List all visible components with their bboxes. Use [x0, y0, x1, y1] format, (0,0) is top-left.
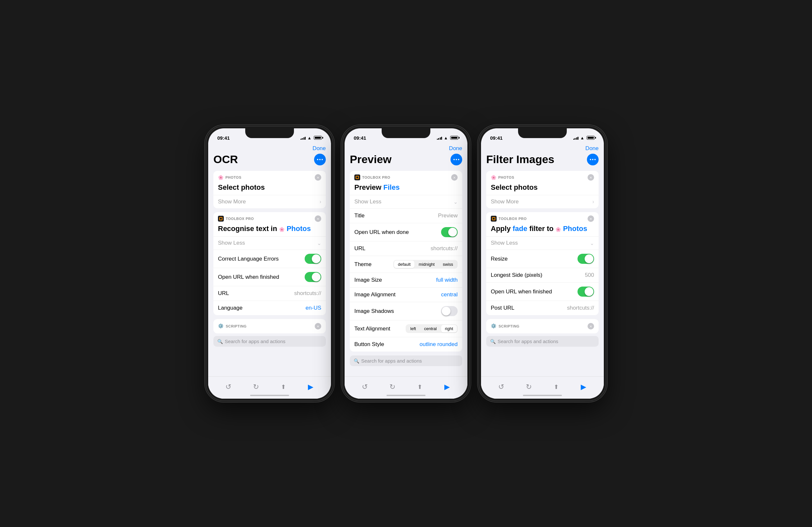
show-less-3[interactable]: Show Less ⌄: [486, 236, 599, 250]
undo-button-2[interactable]: ↺: [358, 381, 371, 394]
play-button-2[interactable]: ▶: [441, 381, 454, 394]
correct-language-toggle[interactable]: [305, 254, 321, 264]
signal-icon-1: [301, 136, 306, 140]
open-url-toggle-3[interactable]: [578, 287, 594, 297]
close-toolbox-2[interactable]: ×: [451, 174, 458, 181]
open-url-done-toggle[interactable]: [441, 227, 458, 237]
image-alignment-row: Image Alignment central: [350, 287, 462, 302]
screen-2: Done Preview: [345, 143, 467, 399]
search-icon-2: 🔍: [354, 358, 359, 364]
theme-segments[interactable]: default midnight swiss: [393, 260, 458, 269]
photos-label-3: PHOTOS: [498, 175, 514, 179]
resize-row: Resize: [486, 250, 599, 268]
theme-default[interactable]: default: [394, 260, 415, 268]
redo-button-3[interactable]: ↻: [522, 381, 535, 394]
select-photos-title-1: Select photos: [213, 183, 326, 195]
close-scripting-1[interactable]: ×: [315, 323, 321, 329]
share-button-3[interactable]: ⬆: [550, 381, 563, 394]
scripting-label-3: SCRIPTING: [498, 324, 519, 328]
search-icon-3: 🔍: [490, 339, 496, 344]
redo-button-2[interactable]: ↻: [386, 381, 399, 394]
close-photos-3[interactable]: ×: [588, 174, 594, 181]
search-bar-2[interactable]: 🔍 Search for apps and actions: [350, 355, 462, 366]
show-less-1[interactable]: Show Less ⌄: [213, 236, 326, 250]
play-button-3[interactable]: ▶: [577, 381, 590, 394]
open-url-toggle-1[interactable]: [305, 272, 321, 282]
page-title-2: Preview: [350, 153, 462, 166]
theme-midnight[interactable]: midnight: [415, 260, 438, 268]
phone-2-inner: 09:41 ▲ Done: [345, 128, 467, 399]
toolbox-label-3: TOOLBOX PRO: [498, 217, 527, 220]
scripting-card-1: ⚙️ SCRIPTING ×: [213, 319, 326, 333]
show-more-3[interactable]: Show More ›: [486, 195, 599, 208]
home-indicator-3: [523, 395, 562, 396]
nav-done-1[interactable]: Done: [313, 145, 326, 152]
photos-card-3: 🌸 PHOTOS × Select photos Show More ›: [486, 171, 599, 208]
page-title-3: Filter Images: [486, 153, 599, 166]
battery-icon-3: [586, 136, 595, 140]
status-time-1: 09:41: [217, 135, 230, 141]
chevron-down-2: ⌄: [453, 199, 458, 205]
show-less-2[interactable]: Show Less ⌄: [350, 195, 462, 208]
share-button-2[interactable]: ⬆: [413, 381, 426, 394]
redo-button-1[interactable]: ↻: [249, 381, 262, 394]
show-more-1[interactable]: Show More ›: [213, 195, 326, 208]
battery-icon-1: [314, 136, 322, 140]
preview-title: Preview Files: [350, 183, 462, 195]
recognise-title-1: Recognise text in 🌸 Photos: [213, 224, 326, 236]
close-photos-1[interactable]: ×: [315, 174, 321, 181]
scripting-label-1: SCRIPTING: [226, 324, 247, 328]
select-photos-title-3: Select photos: [486, 183, 599, 195]
notch-2: [382, 128, 430, 138]
phone-3-inner: 09:41 ▲ Done: [481, 128, 604, 399]
nav-done-2[interactable]: Done: [449, 145, 462, 152]
status-icons-1: ▲: [301, 136, 322, 140]
play-button-1[interactable]: ▶: [304, 381, 317, 394]
align-central[interactable]: central: [420, 325, 441, 332]
align-right[interactable]: right: [441, 325, 457, 332]
close-scripting-3[interactable]: ×: [588, 323, 594, 329]
search-bar-3[interactable]: 🔍 Search for apps and actions: [486, 336, 599, 347]
toolbox-label-2: TOOLBOX PRO: [362, 175, 390, 179]
share-button-1[interactable]: ⬆: [277, 381, 290, 394]
close-toolbox-1[interactable]: ×: [315, 215, 321, 222]
image-shadows-toggle[interactable]: [441, 306, 458, 316]
phones-container: 09:41 ▲ Done: [206, 126, 606, 401]
button-style-row: Button Style outline rounded: [350, 337, 462, 352]
battery-icon-2: [450, 136, 458, 140]
undo-button-3[interactable]: ↺: [495, 381, 508, 394]
theme-swiss[interactable]: swiss: [439, 260, 457, 268]
scripting-icon-1: ⚙️: [218, 323, 224, 329]
longest-side-row: Longest Side (pixels) 500: [486, 268, 599, 282]
text-alignment-segments[interactable]: left central right: [406, 324, 458, 333]
phone-3: 09:41 ▲ Done: [479, 126, 606, 401]
phone-2: 09:41 ▲ Done: [343, 126, 469, 401]
align-left[interactable]: left: [406, 325, 420, 332]
home-indicator-2: [387, 395, 425, 396]
status-icons-3: ▲: [573, 136, 595, 140]
search-bar-1[interactable]: 🔍 Search for apps and actions: [213, 336, 326, 347]
undo-button-1[interactable]: ↺: [222, 381, 235, 394]
nav-done-3[interactable]: Done: [585, 145, 599, 152]
more-button-3[interactable]: [587, 154, 599, 166]
filter-title: Apply fade filter to 🌸 Photos: [486, 224, 599, 236]
chevron-right-3: ›: [592, 199, 594, 205]
close-toolbox-3[interactable]: ×: [588, 215, 594, 222]
notch-1: [245, 128, 294, 138]
notch-3: [518, 128, 567, 138]
status-time-2: 09:41: [354, 135, 366, 141]
chevron-right-1: ›: [320, 199, 321, 205]
theme-row: Theme default midnight swiss: [350, 256, 462, 273]
phone-1-inner: 09:41 ▲ Done: [208, 128, 331, 399]
toolbox-card-3: TOOLBOX PRO × Apply fade filter to 🌸 Pho…: [486, 212, 599, 315]
url-row-1: URL shortcuts://: [213, 286, 326, 301]
more-button-1[interactable]: [314, 154, 326, 166]
search-icon-1: 🔍: [217, 339, 223, 344]
wifi-icon-2: ▲: [444, 136, 448, 140]
open-url-done-row: Open URL when done: [350, 223, 462, 241]
photos-label-1: PHOTOS: [226, 175, 241, 179]
more-button-2[interactable]: [450, 154, 462, 166]
screen-3: Done Filter Images: [481, 143, 604, 399]
correct-language-row: Correct Language Errors: [213, 250, 326, 268]
resize-toggle[interactable]: [578, 254, 594, 264]
